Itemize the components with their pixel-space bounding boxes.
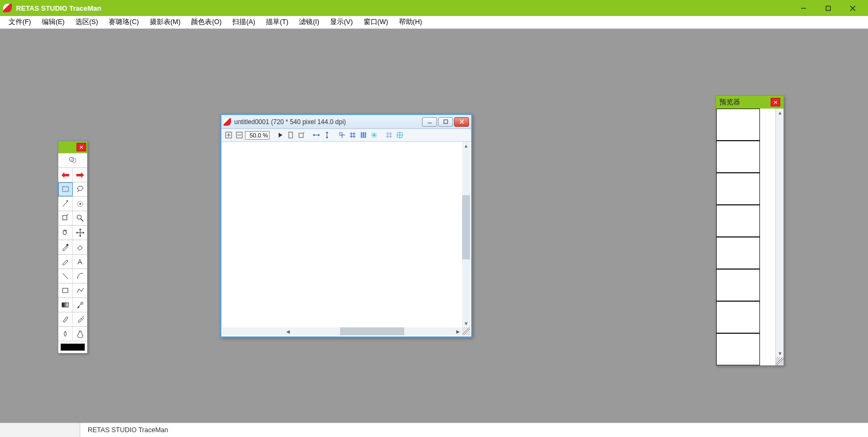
document-window: untitled0001 (720 * 540 pixel 144.0 dpi) [220, 114, 472, 338]
preview-thumbnail[interactable] [716, 109, 760, 141]
tool-polyline[interactable] [73, 283, 87, 297]
maximize-button[interactable] [816, 0, 840, 16]
svg-point-13 [77, 215, 81, 219]
fit-width-button[interactable] [311, 131, 321, 140]
tool-marquee[interactable] [58, 182, 73, 196]
menu-color[interactable]: 颜色表(O) [186, 16, 227, 28]
rotate-button[interactable] [296, 131, 306, 140]
doc-close-button[interactable] [454, 117, 469, 127]
menu-view[interactable]: 显示(V) [325, 16, 358, 28]
preview-thumbnail[interactable] [716, 269, 760, 301]
scroll-up-icon[interactable]: ▲ [776, 109, 784, 117]
svg-point-30 [83, 316, 84, 317]
tool-curve[interactable] [73, 269, 87, 283]
svg-point-10 [79, 203, 81, 205]
tool-airbrush[interactable] [73, 312, 87, 326]
tool-eraser[interactable] [73, 240, 87, 254]
tool-zoom[interactable] [73, 211, 87, 225]
grid3-button[interactable] [358, 131, 368, 140]
tool-gradient[interactable] [58, 298, 73, 312]
menu-select[interactable]: 选区(S) [70, 16, 104, 28]
tool-eyedropper[interactable] [58, 240, 73, 254]
canvas[interactable] [222, 142, 462, 327]
preview-scrollbar[interactable]: ▲ ▼ [775, 109, 783, 365]
scroll-left-icon[interactable]: ◀ [284, 327, 292, 335]
foreground-color-swatch[interactable] [60, 343, 85, 351]
preview-thumbnail[interactable] [716, 141, 760, 173]
nav-prev-button[interactable]: ⬅ [58, 168, 73, 182]
app-titlebar: RETAS STUDIO TraceMan [0, 0, 868, 16]
zoom-input[interactable] [245, 131, 270, 140]
doc-minimize-button[interactable] [422, 117, 437, 127]
preview-thumbnail[interactable] [716, 237, 760, 269]
tool-magic-wand[interactable] [58, 197, 73, 211]
vertical-scrollbar[interactable]: ▲ ▼ [462, 142, 470, 327]
menu-filter[interactable]: 滤镜(I) [294, 16, 325, 28]
taskbar-item[interactable]: RETAS STUDIO TraceMan [80, 426, 176, 434]
app-icon [3, 4, 12, 12]
scroll-up-icon[interactable]: ▲ [462, 142, 470, 150]
tool-line[interactable] [58, 269, 73, 283]
svg-line-8 [63, 202, 67, 206]
tool-hand[interactable] [58, 226, 73, 240]
tool-move[interactable] [73, 226, 87, 240]
tool-palette: ✕ ⬅ ➡ A [58, 141, 88, 354]
tool-drop[interactable] [58, 327, 73, 341]
nav-next-button[interactable]: ➡ [73, 168, 87, 182]
menu-xsheet[interactable]: 摄影表(M) [144, 16, 186, 28]
preview-thumbnail[interactable] [716, 333, 760, 365]
preview-thumbnail[interactable] [716, 205, 760, 237]
horizontal-scrollbar[interactable]: ◀ ▶ [222, 327, 462, 335]
scroll-down-icon[interactable]: ▼ [776, 349, 784, 357]
grid6-button[interactable] [395, 131, 404, 140]
resize-handle[interactable] [775, 357, 783, 365]
fit-height-button[interactable] [322, 131, 332, 140]
close-button[interactable] [840, 0, 865, 16]
tool-pencil[interactable] [58, 255, 73, 269]
menu-trace[interactable]: 描草(T) [260, 16, 294, 28]
play-button[interactable] [275, 131, 285, 140]
menu-file[interactable]: 文件(F) [3, 16, 36, 28]
document-icon [224, 118, 231, 126]
page-button[interactable] [286, 131, 295, 140]
grid4-button[interactable] [369, 131, 379, 140]
vscroll-thumb[interactable] [462, 195, 470, 259]
tool-lasso[interactable] [73, 182, 87, 196]
menu-scan[interactable]: 扫描(A) [227, 16, 260, 28]
hscroll-thumb[interactable] [340, 327, 404, 335]
preview-thumbnail[interactable] [716, 173, 760, 205]
tool-palette-header[interactable]: ✕ [58, 141, 87, 153]
tool-brush-adjust[interactable] [73, 298, 87, 312]
preview-close-button[interactable]: ✕ [771, 98, 780, 106]
resize-handle[interactable] [462, 327, 470, 335]
tool-brush[interactable] [58, 312, 73, 326]
tool-onion-skin[interactable] [58, 154, 87, 167]
grid1-button[interactable] [337, 131, 347, 140]
scroll-right-icon[interactable]: ▶ [454, 327, 462, 335]
menu-help[interactable]: 帮助(H) [394, 16, 427, 28]
tool-palette-close-button[interactable]: ✕ [76, 143, 86, 151]
grid5-button[interactable] [384, 131, 394, 140]
svg-marker-48 [326, 137, 328, 139]
preview-thumbnail[interactable] [716, 301, 760, 333]
document-titlebar[interactable]: untitled0001 (720 * 540 pixel 144.0 dpi) [221, 115, 471, 129]
svg-rect-1 [826, 6, 830, 10]
tool-potion[interactable] [73, 327, 87, 341]
svg-marker-19 [76, 232, 78, 234]
tool-color-select[interactable] [73, 197, 87, 211]
grid2-button[interactable] [348, 131, 357, 140]
zoom-out-button[interactable] [234, 131, 244, 140]
minimize-button[interactable] [791, 0, 816, 16]
doc-maximize-button[interactable] [438, 117, 453, 127]
svg-marker-18 [79, 235, 81, 237]
tool-text[interactable]: A [73, 255, 87, 269]
tool-rectangle[interactable] [58, 283, 73, 297]
scroll-down-icon[interactable]: ▼ [462, 319, 470, 327]
preview-header[interactable]: 预览器 ✕ [716, 96, 783, 109]
zoom-in-button[interactable] [224, 131, 233, 140]
menu-cel[interactable]: 赛璐珞(C) [103, 16, 144, 28]
menu-window[interactable]: 窗口(W) [358, 16, 394, 28]
menu-edit[interactable]: 编辑(E) [36, 16, 70, 28]
svg-point-7 [78, 186, 83, 190]
tool-magnet[interactable] [58, 211, 73, 225]
